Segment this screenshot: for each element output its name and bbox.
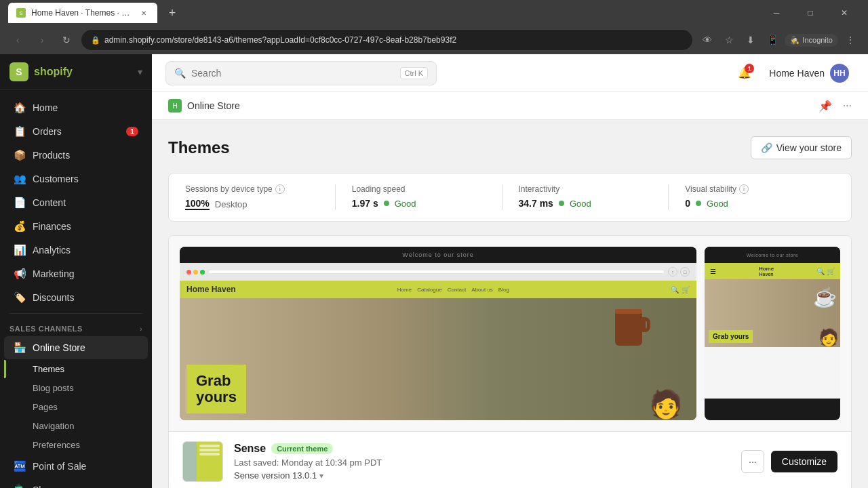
sidebar-subitem-blog-posts[interactable]: Blog posts: [4, 379, 148, 397]
address-bar[interactable]: 🔒 admin.shopify.com/store/de8143-a6/them…: [81, 30, 692, 50]
sidebar-subitem-pages[interactable]: Pages: [4, 398, 148, 416]
desktop-frame-top: Welcome to our store: [180, 247, 696, 263]
external-link-icon: 🔗: [761, 142, 772, 153]
tab-close-button[interactable]: ✕: [138, 7, 149, 18]
search-input[interactable]: [191, 68, 395, 79]
theme-customize-button[interactable]: Customize: [771, 451, 837, 472]
theme-details: Sense Current theme Last saved: Monday a…: [234, 443, 741, 481]
theme-preview-desktop: Welcome to our store: [180, 247, 696, 420]
sidebar-item-content[interactable]: 📄 Content: [4, 191, 148, 214]
mock-nav-contact: Contact: [448, 287, 467, 293]
notifications-button[interactable]: 🔔 1: [734, 62, 755, 84]
sidebar-sublabel-themes: Themes: [33, 364, 64, 374]
sidebar-sublabel-blog-posts: Blog posts: [33, 383, 74, 393]
minimize-button[interactable]: ─: [761, 3, 792, 23]
mock-hero: 🧑 Grab yours: [180, 298, 696, 420]
search-box[interactable]: 🔍 Ctrl K: [165, 61, 437, 85]
incognito-icon: 🕵: [790, 36, 800, 45]
sidebar-item-discounts[interactable]: 🏷️ Discounts: [4, 286, 148, 309]
sidebar-label-finances: Finances: [33, 221, 138, 232]
mock-cart-icon: 🛒: [682, 286, 690, 293]
close-button[interactable]: ✕: [829, 3, 860, 23]
theme-current-badge: Current theme: [271, 443, 333, 454]
stat-visual-value: 0 Good: [685, 198, 818, 209]
thumb-line-3: [199, 453, 220, 455]
theme-version[interactable]: Sense version 13.0.1 ▾: [234, 470, 741, 481]
theme-thumbnail: [182, 441, 223, 482]
sidebar-item-marketing[interactable]: 📢 Marketing: [4, 262, 148, 285]
sidebar-item-orders[interactable]: 📋 Orders 1: [4, 120, 148, 143]
bookmark-icon[interactable]: ☆: [719, 30, 738, 49]
sidebar-header: S shopify ▾: [0, 54, 152, 90]
sidebar-item-online-store[interactable]: 🏪 Online Store: [4, 336, 148, 359]
shopify-logo-text: shopify: [34, 66, 73, 78]
menu-icon[interactable]: ⋮: [841, 30, 860, 49]
visual-good-dot: [696, 201, 701, 206]
sidebar-item-analytics[interactable]: 📊 Analytics: [4, 239, 148, 262]
sidebar-item-shop[interactable]: 🛍️ Shop: [4, 479, 148, 488]
sidebar-divider-1: [9, 313, 142, 314]
sessions-info-icon[interactable]: i: [275, 184, 285, 194]
store-selector[interactable]: Home Haven HH: [764, 61, 854, 85]
incognito-button[interactable]: 🕵 Incognito: [785, 34, 838, 47]
mock-nav-home: Home: [397, 287, 412, 293]
store-selector-chevron[interactable]: ▾: [138, 66, 142, 77]
desktop-screen: ↑ □ Home Haven Home Catalogue Con: [180, 263, 696, 420]
mobile-site-title: Home Haven: [759, 266, 774, 277]
sidebar-item-customers[interactable]: 👥 Customers: [4, 167, 148, 190]
thumb-left: [183, 442, 197, 481]
sidebar-label-pos: Point of Sale: [33, 461, 138, 472]
sidebar-sublabel-preferences: Preferences: [33, 440, 80, 450]
visual-info-icon[interactable]: i: [739, 184, 749, 194]
online-store-icon: 🏪: [14, 342, 26, 354]
cast-icon[interactable]: 📱: [763, 30, 782, 49]
sidebar-label-online-store: Online Store: [33, 342, 138, 353]
mock-site-actions: 🔍 🛒: [671, 286, 690, 293]
sidebar-item-finances[interactable]: 💰 Finances: [4, 215, 148, 238]
sales-channels-text: Sales channels: [9, 325, 83, 333]
sidebar-subitem-navigation[interactable]: Navigation: [4, 417, 148, 435]
mobile-welcome-text: Welcome to our store: [747, 253, 798, 258]
sales-channels-expand[interactable]: ›: [140, 325, 142, 333]
sidebar-item-pos[interactable]: 🏧 Point of Sale: [4, 455, 148, 478]
new-tab-button[interactable]: +: [163, 3, 182, 22]
theme-actions: ··· Customize: [741, 450, 837, 473]
download-icon[interactable]: ⬇: [741, 30, 760, 49]
browser-tab[interactable]: S Home Haven · Themes · Shopifi... ✕: [8, 3, 157, 23]
mock-site-header: Home Haven Home Catalogue Contact About …: [180, 281, 696, 298]
mock-hero-image: 🧑 Grab yours: [180, 298, 696, 420]
themes-container: Themes 🔗 View your store Sessions by dev…: [152, 120, 868, 488]
refresh-button[interactable]: ↻: [57, 30, 76, 49]
hero-text-line2: yours: [196, 389, 237, 405]
sidebar-subitem-themes[interactable]: Themes: [4, 360, 148, 378]
version-dropdown-icon[interactable]: ▾: [319, 471, 323, 481]
sidebar-subitem-preferences[interactable]: Preferences: [4, 436, 148, 454]
sidebar-label-discounts: Discounts: [33, 292, 138, 303]
view-store-button[interactable]: 🔗 View your store: [751, 136, 852, 159]
sidebar-label-content: Content: [33, 197, 138, 208]
topbar-actions: 🔔 1 Home Haven HH: [734, 61, 854, 85]
stat-sessions: Sessions by device type i 100% Desktop: [185, 184, 335, 210]
eye-icon[interactable]: 👁: [698, 30, 717, 49]
hero-text-line1: Grab: [196, 373, 237, 389]
sidebar-label-analytics: Analytics: [33, 245, 138, 256]
stat-visual-label: Visual stability i: [685, 184, 818, 194]
forward-button[interactable]: ›: [33, 30, 52, 49]
theme-more-button[interactable]: ···: [741, 450, 764, 473]
sidebar-item-products[interactable]: 📦 Products: [4, 144, 148, 167]
mock-site-title: Home Haven: [186, 285, 236, 294]
sidebar-label-products: Products: [33, 150, 138, 161]
maximize-button[interactable]: □: [795, 3, 826, 23]
pin-icon[interactable]: 📌: [818, 100, 832, 113]
more-options-icon[interactable]: ···: [843, 100, 852, 112]
back-button[interactable]: ‹: [8, 30, 27, 49]
sidebar-item-home[interactable]: 🏠 Home: [4, 96, 148, 119]
analytics-icon: 📊: [14, 244, 26, 256]
sidebar-label-orders: Orders: [33, 126, 119, 137]
theme-preview-section: Welcome to our store: [168, 235, 852, 488]
app-layout: S shopify ▾ 🏠 Home 📋 Orders 1 📦 Products…: [0, 54, 868, 488]
mock-mobile-hero: ☕ 🧑 Grab yours: [705, 279, 840, 347]
mock-actions: ↑ □: [668, 267, 690, 277]
sidebar-sublabel-pages: Pages: [33, 402, 58, 412]
theme-name-row: Sense Current theme: [234, 443, 741, 455]
